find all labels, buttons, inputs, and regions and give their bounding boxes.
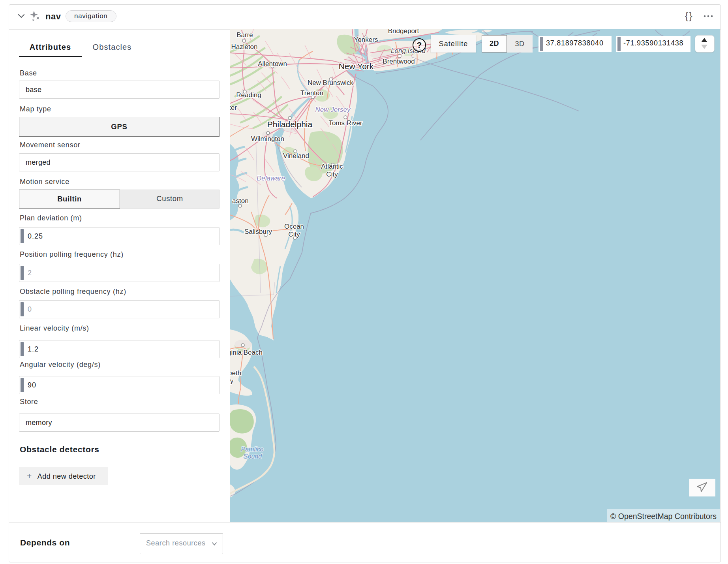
svg-text:Sound: Sound xyxy=(244,453,262,460)
svg-text:Pamlico: Pamlico xyxy=(241,446,264,453)
svg-text:ginia Beach: ginia Beach xyxy=(230,349,263,356)
svg-text:Barre: Barre xyxy=(236,31,253,39)
svg-text:Ocean: Ocean xyxy=(284,223,304,230)
svg-text:Toms River: Toms River xyxy=(328,119,362,127)
svg-text:Brentwood: Brentwood xyxy=(383,58,415,65)
svg-text:Wilmington: Wilmington xyxy=(251,135,284,143)
svg-text:Vineland: Vineland xyxy=(283,152,309,160)
svg-text:ty: ty xyxy=(230,377,234,385)
svg-text:City: City xyxy=(326,171,338,178)
svg-text:ter: ter xyxy=(230,104,237,111)
svg-text:Reading: Reading xyxy=(236,91,261,99)
svg-text:aston: aston xyxy=(232,197,249,205)
svg-text:New Jersey: New Jersey xyxy=(315,106,351,113)
svg-text:City: City xyxy=(288,231,300,238)
svg-text:New Brunswick: New Brunswick xyxy=(308,79,354,86)
svg-text:Salisbury: Salisbury xyxy=(244,228,272,235)
svg-text:Hazleton: Hazleton xyxy=(231,43,257,51)
svg-text:Allentown: Allentown xyxy=(258,60,287,68)
svg-text:Atlantic: Atlantic xyxy=(321,163,343,170)
svg-text:Trenton: Trenton xyxy=(300,89,323,97)
svg-text:New York: New York xyxy=(339,62,374,71)
svg-text:Bridgeport: Bridgeport xyxy=(388,29,419,35)
svg-text:beth: beth xyxy=(230,369,241,377)
svg-text:Yonkers: Yonkers xyxy=(354,36,378,43)
svg-text:Delaware: Delaware xyxy=(257,175,285,182)
svg-text:Philadelphia: Philadelphia xyxy=(267,120,313,129)
svg-text:© OpenStreetMap Contributors: © OpenStreetMap Contributors xyxy=(610,512,717,521)
